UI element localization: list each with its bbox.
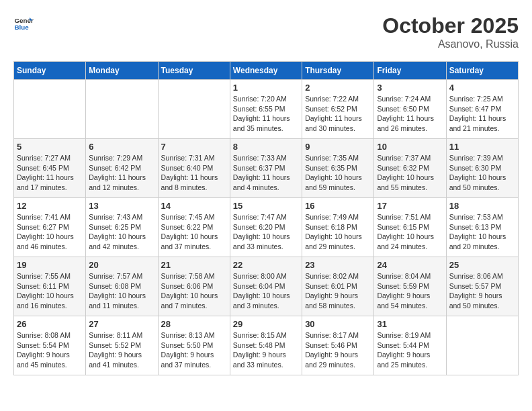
day-number: 26 bbox=[17, 319, 83, 329]
day-number: 15 bbox=[233, 201, 299, 211]
cell-info: Sunrise: 8:04 AM Sunset: 5:59 PM Dayligh… bbox=[377, 271, 443, 311]
day-number: 1 bbox=[233, 83, 299, 93]
weekday-header: Friday bbox=[374, 62, 446, 80]
day-number: 20 bbox=[89, 260, 154, 270]
weekday-header: Monday bbox=[86, 62, 158, 80]
location: Asanovo, Russia bbox=[382, 38, 519, 50]
day-number: 2 bbox=[305, 83, 371, 93]
calendar-cell: 21Sunrise: 7:58 AM Sunset: 6:06 PM Dayli… bbox=[158, 257, 230, 316]
day-number: 27 bbox=[89, 319, 154, 329]
page-header: General Blue October 2025 Asanovo, Russi… bbox=[13, 13, 519, 50]
calendar-cell: 9Sunrise: 7:35 AM Sunset: 6:35 PM Daylig… bbox=[302, 139, 374, 198]
calendar-cell: 24Sunrise: 8:04 AM Sunset: 5:59 PM Dayli… bbox=[374, 257, 446, 316]
day-number: 29 bbox=[233, 319, 299, 329]
day-number: 6 bbox=[89, 142, 154, 152]
day-number: 7 bbox=[161, 142, 227, 152]
calendar-cell: 27Sunrise: 8:11 AM Sunset: 5:52 PM Dayli… bbox=[86, 316, 158, 375]
cell-info: Sunrise: 7:29 AM Sunset: 6:42 PM Dayligh… bbox=[89, 153, 154, 193]
calendar-cell bbox=[446, 316, 518, 375]
cell-info: Sunrise: 8:06 AM Sunset: 5:57 PM Dayligh… bbox=[449, 271, 515, 311]
calendar-week-row: 5Sunrise: 7:27 AM Sunset: 6:45 PM Daylig… bbox=[14, 139, 519, 198]
day-number: 9 bbox=[305, 142, 371, 152]
cell-info: Sunrise: 8:08 AM Sunset: 5:54 PM Dayligh… bbox=[17, 330, 83, 370]
cell-info: Sunrise: 7:31 AM Sunset: 6:40 PM Dayligh… bbox=[161, 153, 227, 193]
cell-info: Sunrise: 7:37 AM Sunset: 6:32 PM Dayligh… bbox=[377, 153, 443, 193]
day-number: 12 bbox=[17, 201, 83, 211]
calendar-cell bbox=[14, 80, 86, 139]
cell-info: Sunrise: 7:20 AM Sunset: 6:55 PM Dayligh… bbox=[233, 94, 299, 134]
logo-icon: General Blue bbox=[13, 13, 34, 34]
cell-info: Sunrise: 7:25 AM Sunset: 6:47 PM Dayligh… bbox=[449, 94, 515, 134]
weekday-header: Thursday bbox=[302, 62, 374, 80]
day-number: 8 bbox=[233, 142, 299, 152]
day-number: 23 bbox=[305, 260, 371, 270]
day-number: 18 bbox=[449, 201, 515, 211]
calendar: SundayMondayTuesdayWednesdayThursdayFrid… bbox=[13, 61, 519, 375]
calendar-cell: 2Sunrise: 7:22 AM Sunset: 6:52 PM Daylig… bbox=[302, 80, 374, 139]
day-number: 21 bbox=[161, 260, 227, 270]
calendar-cell bbox=[158, 80, 230, 139]
calendar-cell: 5Sunrise: 7:27 AM Sunset: 6:45 PM Daylig… bbox=[14, 139, 86, 198]
cell-info: Sunrise: 7:55 AM Sunset: 6:11 PM Dayligh… bbox=[17, 271, 83, 311]
cell-info: Sunrise: 7:41 AM Sunset: 6:27 PM Dayligh… bbox=[17, 212, 83, 252]
cell-info: Sunrise: 7:45 AM Sunset: 6:22 PM Dayligh… bbox=[161, 212, 227, 252]
calendar-cell: 17Sunrise: 7:51 AM Sunset: 6:15 PM Dayli… bbox=[374, 198, 446, 257]
cell-info: Sunrise: 7:27 AM Sunset: 6:45 PM Dayligh… bbox=[17, 153, 83, 193]
cell-info: Sunrise: 7:53 AM Sunset: 6:13 PM Dayligh… bbox=[449, 212, 515, 252]
day-number: 25 bbox=[449, 260, 515, 270]
day-number: 11 bbox=[449, 142, 515, 152]
cell-info: Sunrise: 7:24 AM Sunset: 6:50 PM Dayligh… bbox=[377, 94, 443, 134]
calendar-cell: 15Sunrise: 7:47 AM Sunset: 6:20 PM Dayli… bbox=[230, 198, 302, 257]
calendar-cell bbox=[86, 80, 158, 139]
calendar-week-row: 12Sunrise: 7:41 AM Sunset: 6:27 PM Dayli… bbox=[14, 198, 519, 257]
day-number: 4 bbox=[449, 83, 515, 93]
day-number: 5 bbox=[17, 142, 83, 152]
calendar-cell: 12Sunrise: 7:41 AM Sunset: 6:27 PM Dayli… bbox=[14, 198, 86, 257]
calendar-cell: 4Sunrise: 7:25 AM Sunset: 6:47 PM Daylig… bbox=[446, 80, 518, 139]
calendar-cell: 29Sunrise: 8:15 AM Sunset: 5:48 PM Dayli… bbox=[230, 316, 302, 375]
weekday-header-row: SundayMondayTuesdayWednesdayThursdayFrid… bbox=[14, 62, 519, 80]
cell-info: Sunrise: 7:35 AM Sunset: 6:35 PM Dayligh… bbox=[305, 153, 371, 193]
day-number: 16 bbox=[305, 201, 371, 211]
cell-info: Sunrise: 8:00 AM Sunset: 6:04 PM Dayligh… bbox=[233, 271, 299, 311]
calendar-cell: 31Sunrise: 8:19 AM Sunset: 5:44 PM Dayli… bbox=[374, 316, 446, 375]
cell-info: Sunrise: 7:51 AM Sunset: 6:15 PM Dayligh… bbox=[377, 212, 443, 252]
cell-info: Sunrise: 7:47 AM Sunset: 6:20 PM Dayligh… bbox=[233, 212, 299, 252]
calendar-week-row: 26Sunrise: 8:08 AM Sunset: 5:54 PM Dayli… bbox=[14, 316, 519, 375]
cell-info: Sunrise: 7:43 AM Sunset: 6:25 PM Dayligh… bbox=[89, 212, 154, 252]
calendar-week-row: 1Sunrise: 7:20 AM Sunset: 6:55 PM Daylig… bbox=[14, 80, 519, 139]
day-number: 22 bbox=[233, 260, 299, 270]
cell-info: Sunrise: 7:22 AM Sunset: 6:52 PM Dayligh… bbox=[305, 94, 371, 134]
day-number: 31 bbox=[377, 319, 443, 329]
month-title: October 2025 bbox=[382, 13, 519, 38]
cell-info: Sunrise: 7:39 AM Sunset: 6:30 PM Dayligh… bbox=[449, 153, 515, 193]
cell-info: Sunrise: 7:33 AM Sunset: 6:37 PM Dayligh… bbox=[233, 153, 299, 193]
cell-info: Sunrise: 7:58 AM Sunset: 6:06 PM Dayligh… bbox=[161, 271, 227, 311]
day-number: 30 bbox=[305, 319, 371, 329]
weekday-header: Saturday bbox=[446, 62, 518, 80]
title-block: October 2025 Asanovo, Russia bbox=[382, 13, 519, 50]
calendar-cell: 3Sunrise: 7:24 AM Sunset: 6:50 PM Daylig… bbox=[374, 80, 446, 139]
calendar-week-row: 19Sunrise: 7:55 AM Sunset: 6:11 PM Dayli… bbox=[14, 257, 519, 316]
calendar-cell: 11Sunrise: 7:39 AM Sunset: 6:30 PM Dayli… bbox=[446, 139, 518, 198]
calendar-cell: 16Sunrise: 7:49 AM Sunset: 6:18 PM Dayli… bbox=[302, 198, 374, 257]
day-number: 13 bbox=[89, 201, 154, 211]
calendar-cell: 8Sunrise: 7:33 AM Sunset: 6:37 PM Daylig… bbox=[230, 139, 302, 198]
calendar-cell: 20Sunrise: 7:57 AM Sunset: 6:08 PM Dayli… bbox=[86, 257, 158, 316]
day-number: 28 bbox=[161, 319, 227, 329]
weekday-header: Sunday bbox=[14, 62, 86, 80]
day-number: 24 bbox=[377, 260, 443, 270]
cell-info: Sunrise: 8:13 AM Sunset: 5:50 PM Dayligh… bbox=[161, 330, 227, 370]
weekday-header: Tuesday bbox=[158, 62, 230, 80]
calendar-cell: 26Sunrise: 8:08 AM Sunset: 5:54 PM Dayli… bbox=[14, 316, 86, 375]
cell-info: Sunrise: 8:19 AM Sunset: 5:44 PM Dayligh… bbox=[377, 330, 443, 370]
cell-info: Sunrise: 7:57 AM Sunset: 6:08 PM Dayligh… bbox=[89, 271, 154, 311]
calendar-cell: 28Sunrise: 8:13 AM Sunset: 5:50 PM Dayli… bbox=[158, 316, 230, 375]
cell-info: Sunrise: 8:17 AM Sunset: 5:46 PM Dayligh… bbox=[305, 330, 371, 370]
calendar-cell: 6Sunrise: 7:29 AM Sunset: 6:42 PM Daylig… bbox=[86, 139, 158, 198]
calendar-cell: 25Sunrise: 8:06 AM Sunset: 5:57 PM Dayli… bbox=[446, 257, 518, 316]
day-number: 10 bbox=[377, 142, 443, 152]
calendar-cell: 18Sunrise: 7:53 AM Sunset: 6:13 PM Dayli… bbox=[446, 198, 518, 257]
calendar-cell: 1Sunrise: 7:20 AM Sunset: 6:55 PM Daylig… bbox=[230, 80, 302, 139]
cell-info: Sunrise: 8:15 AM Sunset: 5:48 PM Dayligh… bbox=[233, 330, 299, 370]
